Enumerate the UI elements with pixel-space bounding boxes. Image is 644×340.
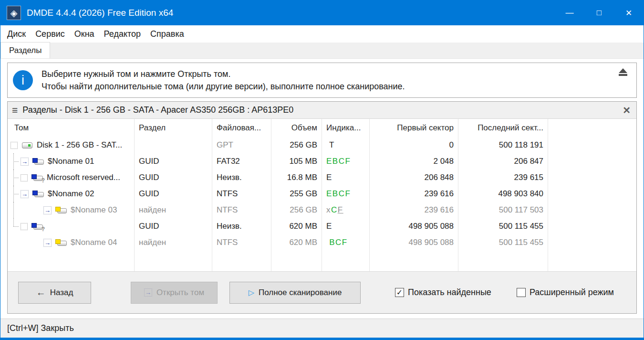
col-empty xyxy=(548,119,636,137)
open-volume-button: → Открыть том xyxy=(131,282,218,304)
app-window: ◈ DMDE 4.4.4 (2026) Free Edition x64 — □… xyxy=(0,0,644,340)
table-row[interactable]: →$Noname 03найденNTFS256 GBxCF239 616500… xyxy=(8,202,636,218)
table-row[interactable]: Disk 1 - 256 GB - SAT...GPT256 GB T0500 … xyxy=(8,137,636,153)
info-line-1: Выберите нужный том и нажмите Открыть то… xyxy=(42,68,405,80)
size-cell: 256 GB xyxy=(271,202,322,218)
info-line-2: Чтобы найти дополнительные тома (или дру… xyxy=(42,80,405,93)
minimize-icon[interactable]: — xyxy=(555,0,584,25)
row-checkbox[interactable] xyxy=(21,174,28,181)
table-header: Том Раздел Файловая... Объем Индика... П… xyxy=(8,119,636,137)
panel-close-icon[interactable]: ✕ xyxy=(623,106,631,115)
eject-icon[interactable] xyxy=(617,67,629,77)
menu-bar: Диск Сервис Окна Редактор Справка xyxy=(0,25,644,42)
first-sector-cell: 206 848 xyxy=(370,170,458,186)
partition-unknown-icon xyxy=(31,174,43,182)
menu-help[interactable]: Справка xyxy=(145,27,189,41)
volume-name: $Noname 01 xyxy=(48,157,94,166)
back-button[interactable]: ← Назад xyxy=(18,282,91,304)
col-partition[interactable]: Раздел xyxy=(135,119,212,137)
filesystem-cell: FAT32 xyxy=(212,153,271,170)
row-checkbox[interactable] xyxy=(21,223,28,230)
open-arrow-icon[interactable]: → xyxy=(21,158,29,166)
disk-icon xyxy=(21,141,33,149)
size-cell: 620 MB xyxy=(271,234,322,251)
first-sector-cell: 0 xyxy=(370,137,458,153)
volume-cell[interactable]: Microsoft reserved... xyxy=(8,170,135,186)
table-filler xyxy=(8,251,636,271)
window-title: DMDE 4.4.4 (2026) Free Edition x64 xyxy=(27,8,173,18)
full-scan-button[interactable]: ▷ Полное сканирование xyxy=(229,282,361,304)
volume-name: $Noname 02 xyxy=(48,189,94,199)
partition-icon xyxy=(32,158,44,166)
volume-name: Microsoft reserved... xyxy=(47,173,120,182)
menu-windows[interactable]: Окна xyxy=(70,27,99,41)
status-bar: [Ctrl+W] Закрыть xyxy=(0,319,644,338)
table-row[interactable]: GUIDНеизв.620 MBE498 905 088500 115 455 xyxy=(8,218,636,234)
advanced-mode-checkbox[interactable]: Расширенный режим xyxy=(517,287,614,298)
volumes-table: Том Раздел Файловая... Объем Индика... П… xyxy=(8,119,636,271)
volume-cell[interactable]: →$Noname 01 xyxy=(8,153,135,170)
indicators-cell: T xyxy=(322,137,370,153)
col-indicators[interactable]: Индика... xyxy=(322,119,370,137)
partition-cell: найден xyxy=(135,202,212,218)
partition-cell: GUID xyxy=(135,186,212,202)
tab-partitions[interactable]: Разделы xyxy=(0,42,50,58)
first-sector-cell: 2 048 xyxy=(370,153,458,170)
partition-cell: найден xyxy=(135,234,212,251)
first-sector-cell: 498 905 088 xyxy=(370,218,458,234)
partition-cell xyxy=(135,137,212,153)
volume-cell[interactable]: →$Noname 04 xyxy=(8,234,135,251)
size-cell: 105 MB xyxy=(271,153,322,170)
table-row[interactable]: →$Noname 04найденNTFS620 MB BCF498 905 0… xyxy=(8,234,636,251)
show-found-checkbox[interactable]: ✓ Показать найденные xyxy=(395,287,491,298)
filesystem-cell: NTFS xyxy=(212,186,271,202)
window-bottom-border xyxy=(0,338,644,340)
table-row[interactable]: →$Noname 01GUIDFAT32105 MBEBCF2 048206 8… xyxy=(8,153,636,170)
filesystem-cell: Неизв. xyxy=(212,218,271,234)
open-volume-arrow-icon: → xyxy=(144,288,152,297)
menu-disk[interactable]: Диск xyxy=(2,27,31,41)
open-arrow-icon[interactable]: → xyxy=(21,190,29,198)
last-sector-cell: 500 115 455 xyxy=(458,234,548,251)
table-row[interactable]: →$Noname 02GUIDNTFS255 GBEBCF239 616498 … xyxy=(8,186,636,202)
size-cell: 256 GB xyxy=(271,137,322,153)
indicators-cell: BCF xyxy=(322,234,370,251)
col-last-sector[interactable]: Последний сект... xyxy=(458,119,548,137)
col-filesystem[interactable]: Файловая... xyxy=(212,119,271,137)
last-sector-cell: 498 903 840 xyxy=(458,186,548,202)
info-icon: i xyxy=(13,70,33,90)
volume-cell[interactable]: →$Noname 03 xyxy=(8,202,135,218)
partition-cell: GUID xyxy=(135,153,212,170)
indicators-cell: EBCF xyxy=(322,186,370,202)
open-arrow-icon[interactable]: → xyxy=(43,239,52,247)
last-sector-cell: 500 117 503 xyxy=(458,202,548,218)
volume-name: $Noname 03 xyxy=(71,205,117,215)
volume-cell[interactable] xyxy=(8,218,135,234)
indicators-cell: EBCF xyxy=(322,153,370,170)
menu-service[interactable]: Сервис xyxy=(31,27,70,41)
row-checkbox[interactable] xyxy=(10,142,18,149)
volume-cell[interactable]: →$Noname 02 xyxy=(8,186,135,202)
tab-bar: Разделы xyxy=(0,42,644,59)
volume-name: Disk 1 - 256 GB - SAT... xyxy=(37,140,122,150)
button-bar: ← Назад → Открыть том ▷ Полное сканирова… xyxy=(8,271,636,313)
filesystem-cell: NTFS xyxy=(212,202,271,218)
scan-play-icon: ▷ xyxy=(249,288,254,297)
found-partition-icon xyxy=(55,239,67,247)
checkbox-icon xyxy=(517,288,526,297)
maximize-icon[interactable]: □ xyxy=(584,0,614,25)
close-icon[interactable]: ✕ xyxy=(614,0,644,25)
col-first-sector[interactable]: Первый сектор xyxy=(370,119,458,137)
hamburger-icon[interactable]: ≡ xyxy=(12,105,18,115)
col-size[interactable]: Объем xyxy=(271,119,322,137)
last-sector-cell: 206 847 xyxy=(458,153,548,170)
last-sector-cell: 500 118 191 xyxy=(458,137,548,153)
status-text: [Ctrl+W] Закрыть xyxy=(7,323,74,333)
open-arrow-icon[interactable]: → xyxy=(43,206,52,214)
col-volume[interactable]: Том xyxy=(8,119,135,137)
first-sector-cell: 239 616 xyxy=(370,202,458,218)
menu-editor[interactable]: Редактор xyxy=(99,27,145,41)
volume-cell[interactable]: Disk 1 - 256 GB - SAT... xyxy=(8,137,135,153)
title-bar: ◈ DMDE 4.4.4 (2026) Free Edition x64 — □… xyxy=(0,0,644,25)
table-row[interactable]: Microsoft reserved...GUIDНеизв.16.8 MBE2… xyxy=(8,170,636,186)
